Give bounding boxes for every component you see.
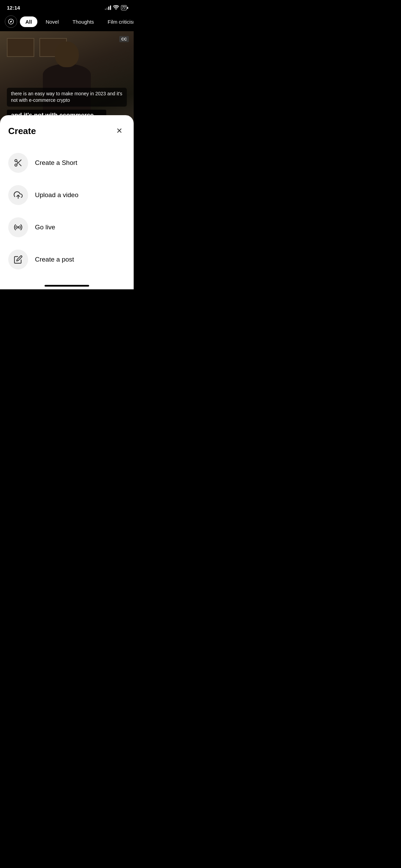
upload-video-item[interactable]: Upload a video (8, 179, 125, 211)
status-bar: 12:14 77 (0, 0, 134, 12)
tab-film[interactable]: Film criticisms (102, 16, 134, 27)
closed-caption-badge[interactable]: CC (119, 36, 129, 42)
wall-decoration-1 (7, 38, 34, 57)
subtitle-text: there is an easy way to make money in 20… (7, 88, 127, 107)
svg-point-8 (17, 227, 19, 228)
close-button[interactable]: ✕ (113, 125, 125, 137)
create-short-item[interactable]: Create a Short (8, 147, 125, 179)
explore-tab[interactable] (5, 15, 17, 28)
svg-line-6 (17, 161, 18, 163)
sheet-header: Create ✕ (8, 125, 125, 137)
signal-icon (105, 6, 111, 10)
tab-all[interactable]: All (20, 16, 37, 27)
wifi-icon (113, 5, 119, 11)
home-indicator (45, 285, 89, 287)
create-post-label: Create a post (35, 256, 74, 263)
upload-icon (14, 191, 23, 200)
time-display: 12:14 (7, 5, 20, 11)
status-icons: 77 (105, 5, 127, 11)
create-short-label: Create a Short (35, 159, 77, 167)
scissors-icon (14, 158, 23, 167)
tab-novel[interactable]: Novel (40, 16, 64, 27)
live-icon (14, 223, 23, 232)
battery-icon: 77 (121, 5, 127, 10)
create-bottom-sheet: Create ✕ Create a Short Upload a video (0, 115, 134, 289)
go-live-item[interactable]: Go live (8, 211, 125, 243)
go-live-label: Go live (35, 224, 55, 231)
tab-thoughts[interactable]: Thoughts (67, 16, 100, 27)
person-figure (39, 41, 94, 120)
scissors-icon-container (8, 153, 28, 173)
category-tabs: All Novel Thoughts Film criticisms (0, 12, 134, 31)
svg-marker-1 (10, 21, 12, 23)
sheet-title: Create (8, 126, 36, 136)
edit-icon (14, 255, 23, 264)
edit-icon-container (8, 250, 28, 269)
person-head (55, 41, 79, 67)
create-post-item[interactable]: Create a post (8, 243, 125, 276)
upload-icon-container (8, 185, 28, 205)
svg-line-5 (19, 164, 21, 166)
upload-video-label: Upload a video (35, 191, 78, 199)
live-icon-container (8, 217, 28, 237)
